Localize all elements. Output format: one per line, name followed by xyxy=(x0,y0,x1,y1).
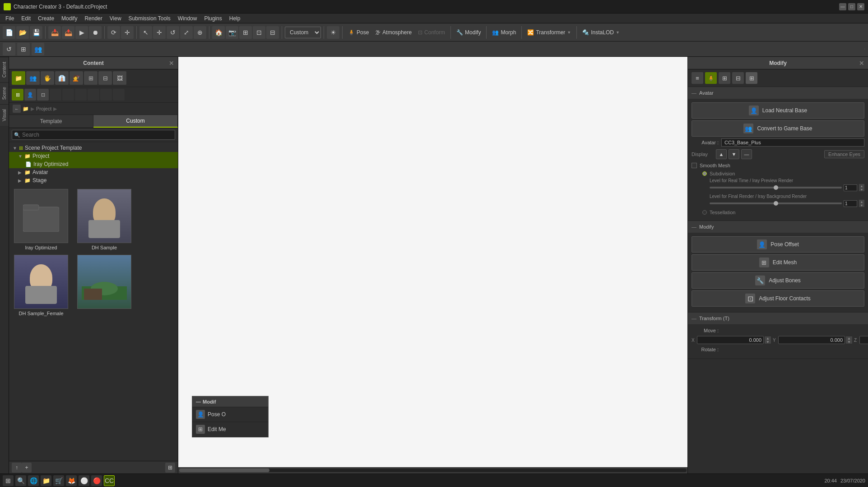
app-button[interactable]: 🔴 xyxy=(91,475,102,486)
select-btn[interactable]: ↖ xyxy=(139,26,152,39)
menu-submission[interactable]: Submission Tools xyxy=(125,14,174,23)
tb2-btn3[interactable]: 👥 xyxy=(32,43,44,55)
enhance-eyes-button[interactable]: Enhance Eyes xyxy=(824,150,864,158)
scale-btn[interactable]: ⤢ xyxy=(180,26,193,39)
icon-people-btn[interactable]: 👥 xyxy=(26,71,40,85)
icon-view3-btn[interactable]: ⊡ xyxy=(37,89,49,101)
search-input[interactable] xyxy=(12,130,175,140)
modify-close-button[interactable]: ✕ xyxy=(858,60,865,67)
panel-up-btn[interactable]: ↑ xyxy=(12,463,22,473)
level-final-dn[interactable]: ▼ xyxy=(859,203,864,207)
breadcrumb-project[interactable]: Project xyxy=(36,106,51,111)
float-pose-item[interactable]: 👤 Pose O xyxy=(192,407,268,422)
level-final-up[interactable]: ▲ xyxy=(859,200,864,203)
save-button[interactable]: 💾 xyxy=(30,26,42,39)
transformer-button[interactable]: 🔀 Transformer ▼ xyxy=(525,26,574,39)
level-realtime-dn[interactable]: ▼ xyxy=(859,188,864,191)
record-btn[interactable]: ⏺ xyxy=(89,26,102,39)
import-btn[interactable]: 📥 xyxy=(48,26,61,39)
icon-sq4-btn[interactable] xyxy=(88,89,99,101)
move-y-input[interactable] xyxy=(778,336,845,344)
display-btn1[interactable]: ▲ xyxy=(716,149,727,159)
level-final-input[interactable] xyxy=(844,200,857,207)
tree-root[interactable]: ▼ ⊞ Scene Project Template xyxy=(9,144,178,152)
avatar-section-header[interactable]: — Avatar xyxy=(688,87,868,99)
icon-view2-btn[interactable]: 👤 xyxy=(24,89,36,101)
thumb-dh-sample[interactable]: DH Sample xyxy=(75,189,134,250)
instalod-button[interactable]: 🔩 InstaLOD ▼ xyxy=(580,26,622,39)
icon-sq2-btn[interactable] xyxy=(62,89,74,101)
mod-icon-sliders[interactable]: ≡ xyxy=(692,72,703,84)
icon-acc-btn[interactable]: ⊞ xyxy=(84,71,97,85)
pose-offset-button[interactable]: 👤 Pose Offset xyxy=(692,236,864,253)
icon-glove-btn[interactable]: 🖐 xyxy=(41,71,54,85)
level-realtime-track[interactable] xyxy=(710,187,842,188)
modify-section-header[interactable]: — Modify xyxy=(688,221,868,233)
maximize-button[interactable]: □ xyxy=(848,3,855,10)
thumb-landscape[interactable] xyxy=(75,255,134,316)
store-button[interactable]: 🛒 xyxy=(53,475,64,486)
transform-section-header[interactable]: — Transform (T) xyxy=(688,312,868,324)
firefox-button[interactable]: 🦊 xyxy=(66,475,77,486)
content-close-button[interactable]: ✕ xyxy=(168,60,175,67)
move-z-input[interactable] xyxy=(859,336,868,344)
icon-morph-btn[interactable]: ⊟ xyxy=(98,71,112,85)
tb2-btn2[interactable]: ⊞ xyxy=(17,43,30,55)
frame-btn[interactable]: ⊡ xyxy=(253,26,265,39)
panel-grid-btn[interactable]: ⊞ xyxy=(165,463,175,473)
mod-icon-grid[interactable]: ⊞ xyxy=(746,72,757,84)
sun-btn[interactable]: ☀ xyxy=(327,26,339,39)
mod-icon-bones[interactable]: ⊞ xyxy=(719,72,730,84)
grid-btn[interactable]: ⊞ xyxy=(239,26,252,39)
level-realtime-input[interactable] xyxy=(844,184,857,191)
icon-sq3-btn[interactable] xyxy=(75,89,87,101)
breadcrumb-folder-icon[interactable]: 📁 xyxy=(23,106,29,112)
modify-tb-button[interactable]: 🔧 Modify xyxy=(454,26,483,39)
icon-view1-btn[interactable]: ⊞ xyxy=(12,89,23,101)
pose-button[interactable]: 🧍 Pose xyxy=(345,26,371,39)
close-button[interactable]: ✕ xyxy=(857,3,864,10)
menu-plugins[interactable]: Plugins xyxy=(200,14,225,23)
icon-folder-btn[interactable]: 📁 xyxy=(12,71,25,85)
visual-side-tab[interactable]: Visual xyxy=(0,104,9,126)
x-dn[interactable]: ▼ xyxy=(765,340,771,344)
icon-hair-btn[interactable]: 💇 xyxy=(70,71,83,85)
level-final-thumb[interactable] xyxy=(774,201,778,206)
play-btn[interactable]: ▶ xyxy=(75,26,88,39)
edge-button[interactable]: 🌐 xyxy=(28,475,39,486)
level-realtime-thumb[interactable] xyxy=(774,185,778,190)
export-btn[interactable]: 📤 xyxy=(62,26,74,39)
home-btn[interactable]: 🏠 xyxy=(212,26,225,39)
camera-btn[interactable]: 📷 xyxy=(226,26,238,39)
thumb-dh-female[interactable]: DH Sample_Female xyxy=(12,255,70,316)
level-final-track[interactable] xyxy=(710,202,842,204)
rotate-btn[interactable]: ↺ xyxy=(167,26,179,39)
tab-custom[interactable]: Custom xyxy=(93,115,178,128)
tessellation-radio[interactable] xyxy=(702,210,707,215)
tab-template[interactable]: Template xyxy=(9,115,93,128)
scroll-track[interactable] xyxy=(179,469,687,472)
rotate-scene-btn[interactable]: ⟳ xyxy=(107,26,120,39)
move-x-input[interactable] xyxy=(697,336,764,344)
mod-icon-figure[interactable]: 🧍 xyxy=(705,72,717,84)
conform-button[interactable]: ⊡ Conform xyxy=(415,26,448,39)
smooth-mesh-checkbox[interactable] xyxy=(692,163,697,168)
menu-render[interactable]: Render xyxy=(81,14,106,23)
move-btn[interactable]: ✛ xyxy=(153,26,166,39)
display-btn2[interactable]: ▼ xyxy=(729,149,739,159)
adjust-floor-button[interactable]: ⊡ Adjust Floor Contacts xyxy=(692,290,864,307)
menu-file[interactable]: File xyxy=(2,14,18,23)
new-button[interactable]: 📄 xyxy=(3,26,15,39)
thumb-iray[interactable]: Iray Optimized xyxy=(12,189,70,250)
morph-button[interactable]: 👥 Morph xyxy=(489,26,519,39)
adjust-bones-button[interactable]: 🔧 Adjust Bones xyxy=(692,272,864,289)
search-taskbar-button[interactable]: 🔍 xyxy=(15,475,26,486)
convert-game-button[interactable]: 👥 Convert to Game Base xyxy=(692,120,864,137)
icon-sq1-btn[interactable] xyxy=(50,89,61,101)
custom-dropdown[interactable]: Custom xyxy=(285,27,321,38)
menu-edit[interactable]: Edit xyxy=(18,14,34,23)
tree-item-project[interactable]: ▼ 📁 Project xyxy=(9,152,178,160)
icon-sq6-btn[interactable] xyxy=(113,89,125,101)
tb2-btn1[interactable]: ↺ xyxy=(3,43,15,55)
scroll-thumb[interactable] xyxy=(179,469,269,472)
